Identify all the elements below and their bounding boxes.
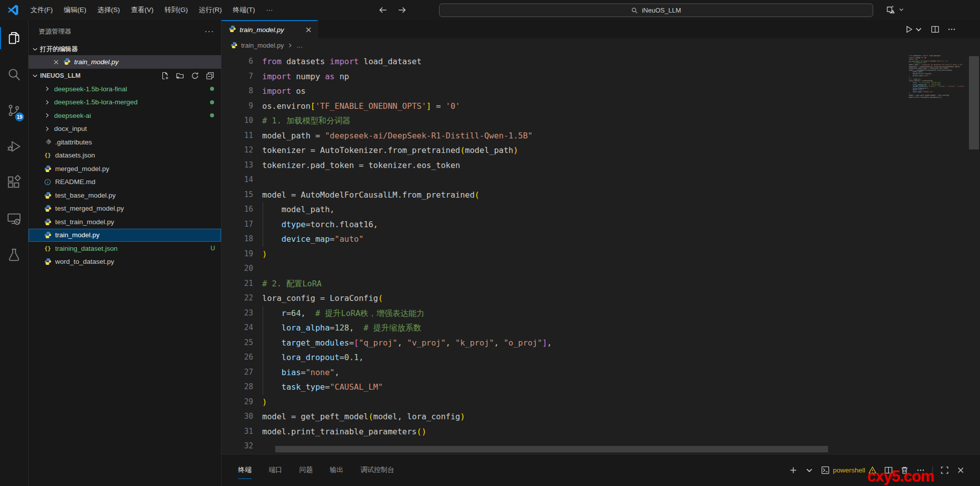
line-number: 23 <box>222 306 253 321</box>
chevron-right-icon <box>287 42 293 49</box>
tree-item-training_dataset.json[interactable]: {}training_dataset.jsonU <box>29 242 221 255</box>
run-python-file-button[interactable] <box>905 25 923 34</box>
code-line-23: 23 r=64, # 提升LoRA秩，增强表达能力 <box>222 306 980 321</box>
search-icon <box>631 7 638 14</box>
command-center-search[interactable]: iNeuOS_LLM <box>439 4 873 17</box>
file-name: datasets.json <box>55 151 95 159</box>
file-name: README.md <box>55 178 95 186</box>
panel-tab-terminal[interactable]: 终端 <box>238 461 252 479</box>
activity-extensions-icon[interactable] <box>0 165 28 201</box>
line-number: 13 <box>222 158 253 173</box>
menu-run[interactable]: 运行(R) <box>193 0 228 20</box>
file-name: docx_input <box>54 125 87 132</box>
code-line-11: 11model_path = "deepseek-ai/DeepSeek-R1-… <box>222 128 980 143</box>
python-file-icon <box>229 25 236 35</box>
tab-bar: train_model.py <box>222 20 980 38</box>
line-number: 7 <box>222 69 253 84</box>
tree-item-README.md[interactable]: README.md <box>29 176 221 189</box>
line-number: 28 <box>222 380 253 395</box>
tree-item-.gitattributes[interactable]: .gitattributes <box>29 135 221 149</box>
more-actions-icon[interactable] <box>947 25 956 34</box>
tree-item-deepseek-ai[interactable]: deepseek-ai <box>29 109 221 122</box>
line-number: 17 <box>222 217 253 232</box>
line-number: 30 <box>222 409 253 424</box>
json-file-icon: {} <box>44 244 52 252</box>
open-editors-label: 打开的编辑器 <box>40 45 78 54</box>
tree-item-datasets.json[interactable]: {}datasets.json <box>29 149 221 163</box>
code-line-24: 24 lora_alpha=128, # 提升缩放系数 <box>222 320 980 336</box>
info-file-icon <box>44 178 52 186</box>
file-name: .gitattributes <box>55 138 92 146</box>
code-line-22: 22lora_config = LoraConfig( <box>222 291 980 306</box>
terminal-dropdown-icon[interactable] <box>805 466 814 474</box>
new-terminal-icon[interactable] <box>789 466 798 474</box>
close-icon[interactable] <box>53 59 60 66</box>
vertical-scrollbar[interactable] <box>969 56 979 149</box>
maximize-panel-icon[interactable] <box>940 466 949 474</box>
git-file-icon <box>44 138 52 146</box>
copilot-icon <box>885 4 896 15</box>
file-name: deepseek-1.5b-lora-final <box>54 85 127 93</box>
panel-tab-debug-console[interactable]: 调试控制台 <box>360 461 395 479</box>
open-editors-section-header[interactable]: 打开的编辑器 <box>29 43 221 55</box>
line-number: 14 <box>222 173 253 188</box>
panel-tab-problems[interactable]: 问题 <box>299 461 313 479</box>
tree-item-deepseek-1.5b-lora-final[interactable]: deepseek-1.5b-lora-final <box>29 82 221 96</box>
horizontal-scrollbar[interactable] <box>275 446 828 452</box>
tree-item-train_model.py[interactable]: train_model.py <box>29 229 221 242</box>
new-file-icon[interactable] <box>161 72 169 80</box>
tree-item-test_merged_model.py[interactable]: test_merged_model.py <box>29 202 221 216</box>
activity-testing-icon[interactable] <box>0 237 28 273</box>
file-name: deepseek-ai <box>54 112 91 119</box>
activity-remote-icon[interactable] <box>0 201 28 237</box>
python-file-icon <box>44 231 52 239</box>
split-editor-icon[interactable] <box>931 25 939 34</box>
tree-item-deepseek-1.5b-lora-merged[interactable]: deepseek-1.5b-lora-merged <box>29 96 221 109</box>
activity-run-debug-icon[interactable] <box>0 128 28 165</box>
code-line-20: 20 <box>222 261 980 276</box>
copilot-button[interactable] <box>885 4 904 15</box>
panel-tab-output[interactable]: 输出 <box>330 461 343 479</box>
run-icon <box>905 25 913 34</box>
tree-item-test_base_model.py[interactable]: test_base_model.py <box>29 189 221 202</box>
menu-goto[interactable]: 转到(G) <box>159 0 193 20</box>
source-control-badge: 19 <box>15 112 24 121</box>
tab-close-icon[interactable] <box>305 26 312 34</box>
menu-edit[interactable]: 编辑(E) <box>58 0 92 20</box>
chevron-down-icon <box>32 72 39 79</box>
menu-terminal[interactable]: 终端(T) <box>228 0 261 20</box>
menu-selection[interactable]: 选择(S) <box>92 0 125 20</box>
close-panel-icon[interactable] <box>956 466 965 474</box>
title-bar: 文件(F)编辑(E)选择(S)查看(V)转到(G)运行(R)终端(T) ··· … <box>0 0 980 20</box>
tree-item-docx_input[interactable]: docx_input <box>29 122 221 136</box>
tab-train-model[interactable]: train_model.py <box>222 20 318 38</box>
tree-item-merged_model.py[interactable]: merged_model.py <box>29 162 221 176</box>
activity-explorer-icon[interactable] <box>0 20 28 56</box>
breadcrumb-symbol[interactable]: … <box>296 42 303 49</box>
activity-search-icon[interactable] <box>0 56 28 92</box>
activity-source-control-icon[interactable]: 19 <box>0 92 28 128</box>
collapse-all-icon[interactable] <box>206 72 214 80</box>
tree-item-word_to_dataset.py[interactable]: word_to_dataset.py <box>29 255 221 269</box>
workspace-section-header[interactable]: INEUOS_LLM <box>29 69 221 82</box>
back-arrow-icon[interactable] <box>378 6 387 15</box>
line-number: 22 <box>222 291 253 306</box>
breadcrumb-file[interactable]: train_model.py <box>241 42 284 49</box>
panel-tab-ports[interactable]: 端口 <box>269 461 282 479</box>
menu-overflow[interactable]: ··· <box>261 0 279 20</box>
minimap[interactable]: from datasets import load_datasetimport … <box>909 55 965 98</box>
sidebar-more-actions[interactable]: ··· <box>205 27 214 36</box>
forward-arrow-icon[interactable] <box>398 6 407 15</box>
menu-view[interactable]: 查看(V) <box>125 0 159 20</box>
refresh-icon[interactable] <box>191 72 199 80</box>
line-number: 10 <box>222 113 253 128</box>
code-editor[interactable]: 6from datasets import load_dataset7impor… <box>222 52 980 454</box>
tree-item-test_train_model.py[interactable]: test_train_model.py <box>29 215 221 229</box>
file-name: training_dataset.json <box>55 245 118 252</box>
menu-file[interactable]: 文件(F) <box>25 0 58 20</box>
line-number: 16 <box>222 202 253 217</box>
new-folder-icon[interactable] <box>176 72 184 80</box>
file-name: train_model.py <box>55 231 100 239</box>
code-line-7: 7import numpy as np <box>222 69 980 84</box>
open-editor-train-model[interactable]: train_model.py <box>29 55 221 69</box>
